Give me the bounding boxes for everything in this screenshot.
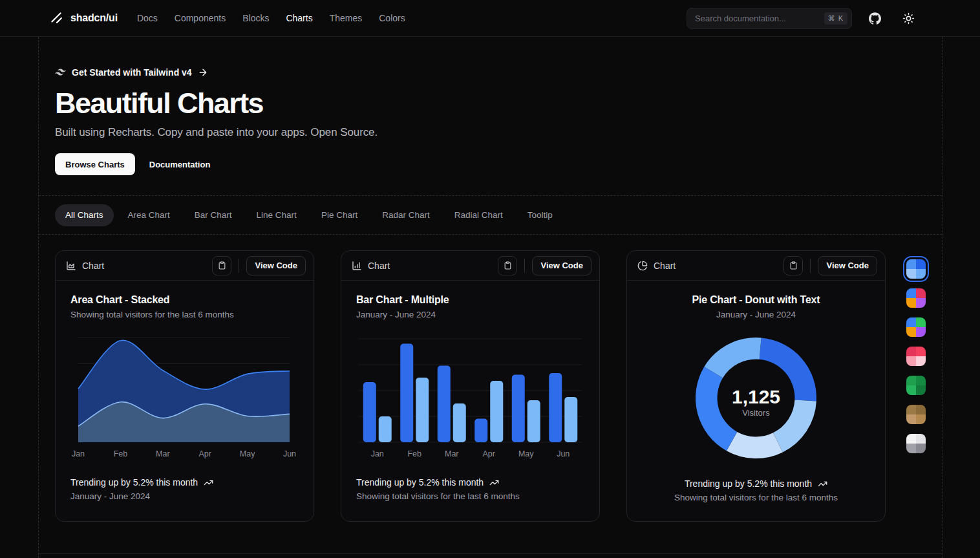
tab-tooltip[interactable]: Tooltip xyxy=(517,204,563,226)
header-divider xyxy=(810,259,811,273)
hero-section: Get Started with Tailwind v4 Beautiful C… xyxy=(39,37,942,195)
shadcn-logo-icon xyxy=(50,11,64,25)
swatch-quadrant xyxy=(916,385,926,395)
theme-swatch-pink-multi[interactable] xyxy=(906,288,926,308)
swatch-quadrant xyxy=(916,259,926,269)
chart-title: Bar Chart - Multiple xyxy=(356,294,584,306)
theme-swatch-green-multi[interactable] xyxy=(906,317,926,337)
swatch-quadrant xyxy=(916,269,926,279)
page-subtitle: Built using Recharts. Copy and paste int… xyxy=(55,126,942,139)
swatch-quadrant xyxy=(906,434,916,444)
theme-swatch-mono[interactable] xyxy=(906,434,926,453)
chart-title: Pie Chart - Donut with Text xyxy=(642,294,870,306)
top-nav: shadcn/ui DocsComponentsBlocksChartsThem… xyxy=(0,0,980,37)
x-axis-label: Jun xyxy=(283,449,296,458)
donut-caption: Visitors xyxy=(742,408,770,418)
swatch-quadrant xyxy=(906,376,916,385)
chart-subtitle: January - June 2024 xyxy=(356,310,584,319)
bar-desktop xyxy=(400,344,413,443)
copy-code-button[interactable] xyxy=(498,256,517,275)
donut-slice-other xyxy=(773,400,816,453)
theme-swatch-amber[interactable] xyxy=(906,405,926,424)
search-input[interactable] xyxy=(695,14,824,23)
theme-swatch-green[interactable] xyxy=(906,376,926,395)
swatch-quadrant xyxy=(906,317,916,327)
view-code-button[interactable]: View Code xyxy=(246,256,306,275)
nav-link-blocks[interactable]: Blocks xyxy=(242,13,269,23)
nav-link-themes[interactable]: Themes xyxy=(330,13,363,23)
documentation-button[interactable]: Documentation xyxy=(139,153,221,175)
x-axis-label: May xyxy=(518,449,534,458)
swatch-quadrant xyxy=(916,405,926,414)
tab-radial-chart[interactable]: Radial Chart xyxy=(444,204,513,226)
nav-link-components[interactable]: Components xyxy=(175,13,226,23)
swatch-quadrant xyxy=(906,298,916,308)
donut-slice-safari xyxy=(704,338,761,378)
tab-radar-chart[interactable]: Radar Chart xyxy=(372,204,440,226)
bar-mobile xyxy=(453,403,466,442)
bar-desktop xyxy=(512,375,525,443)
pie-chart-card: Chart View Code xyxy=(626,250,886,522)
chart-subtitle: January - June 2024 xyxy=(642,310,870,319)
chart-footer-trend: Trending up by 5.2% this month xyxy=(70,477,299,488)
bar-mobile xyxy=(490,381,503,442)
brand[interactable]: shadcn/ui xyxy=(50,11,118,25)
github-button[interactable] xyxy=(864,7,886,29)
search-box[interactable]: ⌘ K xyxy=(687,8,852,29)
view-code-button[interactable]: View Code xyxy=(818,256,877,275)
nav-link-colors[interactable]: Colors xyxy=(379,13,405,23)
copy-code-button[interactable] xyxy=(212,256,231,275)
swatch-quadrant xyxy=(906,269,916,279)
bar-desktop xyxy=(474,419,487,443)
card-body: Bar Chart - Multiple January - June 2024… xyxy=(341,294,599,501)
swatch-quadrant xyxy=(906,347,916,356)
bar-chart-canvas[interactable]: JanFebMarAprMayJun xyxy=(356,334,584,460)
browse-charts-button[interactable]: Browse Charts xyxy=(55,153,135,175)
theme-swatch-blue[interactable] xyxy=(906,259,926,279)
x-axis-label: Apr xyxy=(483,449,495,458)
x-axis-label: Feb xyxy=(114,449,128,458)
theme-swatch-rail xyxy=(906,259,926,453)
swatch-quadrant xyxy=(916,434,926,444)
brand-name: shadcn/ui xyxy=(70,12,118,24)
page-container: Get Started with Tailwind v4 Beautiful C… xyxy=(38,37,943,558)
nav-link-charts[interactable]: Charts xyxy=(286,13,312,23)
donut-slice-firefox xyxy=(696,367,737,451)
swatch-quadrant xyxy=(906,259,916,269)
x-axis-label: Feb xyxy=(407,449,421,458)
chart-type-tabs: All ChartsArea ChartBar ChartLine ChartP… xyxy=(39,195,942,235)
donut-chart-canvas[interactable]: 1,125Visitors xyxy=(642,331,870,466)
tab-bar-chart[interactable]: Bar Chart xyxy=(184,204,242,226)
chart-column-icon xyxy=(352,261,362,271)
swatch-quadrant xyxy=(916,327,926,337)
arrow-right-icon xyxy=(198,67,208,78)
clipboard-icon xyxy=(218,261,226,270)
theme-toggle-button[interactable] xyxy=(897,7,919,29)
tailwind-icon xyxy=(55,67,66,78)
nav-link-docs[interactable]: Docs xyxy=(137,13,158,23)
tab-all-charts[interactable]: All Charts xyxy=(55,204,114,226)
announcement-link[interactable]: Get Started with Tailwind v4 xyxy=(55,67,942,78)
card-body: Area Chart - Stacked Showing total visit… xyxy=(56,294,314,501)
tab-line-chart[interactable]: Line Chart xyxy=(246,204,307,226)
tab-pie-chart[interactable]: Pie Chart xyxy=(311,204,368,226)
chart-pie-icon xyxy=(637,261,648,271)
x-axis-label: Apr xyxy=(198,449,211,458)
donut-slice-edge xyxy=(727,432,783,458)
bar-chart-card: Chart View Code xyxy=(341,250,600,522)
card-header-text: Chart xyxy=(368,261,390,271)
card-header: Chart View Code xyxy=(627,251,885,281)
announcement-text: Get Started with Tailwind v4 xyxy=(72,67,192,78)
copy-code-button[interactable] xyxy=(783,256,803,275)
tab-area-chart[interactable]: Area Chart xyxy=(118,204,180,226)
x-axis-label: Jan xyxy=(371,449,384,458)
trending-up-icon xyxy=(818,479,827,489)
bar-desktop xyxy=(438,366,451,443)
theme-swatch-red[interactable] xyxy=(906,347,926,366)
sun-icon xyxy=(902,12,915,25)
clipboard-icon xyxy=(504,261,512,270)
chart-title: Area Chart - Stacked xyxy=(70,294,299,306)
bar-mobile xyxy=(416,378,429,442)
area-chart-canvas[interactable]: JanFebMarAprMayJun xyxy=(70,334,299,460)
view-code-button[interactable]: View Code xyxy=(532,256,591,275)
